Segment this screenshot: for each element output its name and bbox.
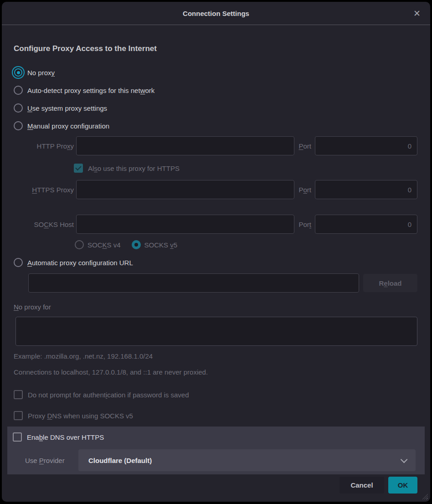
http-port-label: Port xyxy=(298,142,311,150)
section-heading: Configure Proxy Access to the Internet xyxy=(14,44,417,55)
footer-buttons: Cancel OK xyxy=(14,477,417,494)
https-proxy-row: HTTPS Proxy Port xyxy=(14,180,417,199)
provider-selected-value: Cloudflare (Default) xyxy=(88,457,401,464)
connection-settings-dialog: Connection Settings ✕ Configure Proxy Ac… xyxy=(2,2,430,502)
http-proxy-input xyxy=(76,136,294,155)
resize-grip[interactable] xyxy=(421,493,428,499)
proxy-dns-label: Proxy DNS when using SOCKS v5 xyxy=(28,412,133,420)
https-proxy-input xyxy=(76,180,294,199)
radio-auto-detect-label: Auto-detect proxy settings for this netw… xyxy=(27,87,154,94)
radio-system-proxy[interactable]: Use system proxy settings xyxy=(14,102,417,114)
radio-manual-proxy-label: Manual proxy configuration xyxy=(27,122,109,130)
close-icon[interactable]: ✕ xyxy=(411,8,423,20)
http-port-input xyxy=(315,136,417,155)
socks-host-row: SOCKS Host Port xyxy=(14,215,417,234)
socks-host-label: SOCKS Host xyxy=(14,221,74,228)
https-port-input xyxy=(315,180,417,199)
socks-v5-label: SOCKS v5 xyxy=(144,241,178,249)
dialog-title: Connection Settings xyxy=(183,10,249,17)
no-proxy-example: Example: .mozilla.org, .net.nz, 192.168.… xyxy=(14,352,417,361)
https-port-label: Port xyxy=(298,186,311,194)
also-https-checkbox-row: Also use this proxy for HTTPS xyxy=(74,163,417,173)
radio-icon xyxy=(75,240,84,249)
radio-icon xyxy=(14,86,23,95)
dns-over-https-section: Enable DNS over HTTPS Use Provider Cloud… xyxy=(7,427,425,474)
no-proxy-for-label: No proxy for xyxy=(14,303,417,312)
chevron-down-icon xyxy=(401,456,408,463)
ok-button[interactable]: OK xyxy=(388,477,417,494)
radio-selected-icon xyxy=(12,66,25,79)
use-provider-label: Use Provider xyxy=(25,457,78,464)
socks-v4-label: SOCKS v4 xyxy=(87,241,121,249)
reload-button: Reload xyxy=(363,274,417,292)
radio-auto-url-label: Automatic proxy configuration URL xyxy=(27,259,133,267)
radio-icon xyxy=(14,121,23,130)
radio-system-proxy-label: Use system proxy settings xyxy=(27,104,107,112)
socks-version-row: SOCKS v4 SOCKS v5 xyxy=(75,240,417,250)
https-proxy-label: HTTPS Proxy xyxy=(14,186,74,194)
http-proxy-row: HTTP Proxy Port xyxy=(14,136,417,155)
radio-no-proxy-label: No proxy xyxy=(27,69,55,77)
also-https-label: Also use this proxy for HTTPS xyxy=(88,165,180,172)
radio-auto-url[interactable]: Automatic proxy configuration URL xyxy=(14,256,417,269)
enable-doh-checkbox-row[interactable]: Enable DNS over HTTPS xyxy=(13,432,416,442)
enable-doh-label: Enable DNS over HTTPS xyxy=(27,433,104,441)
proxy-dns-checkbox-row: Proxy DNS when using SOCKS v5 xyxy=(14,411,417,421)
radio-manual-proxy[interactable]: Manual proxy configuration xyxy=(14,119,417,132)
socks-port-input xyxy=(315,215,417,234)
cancel-button[interactable]: Cancel xyxy=(339,477,384,494)
provider-row: Use Provider Cloudflare (Default) xyxy=(13,449,416,471)
no-proxy-for-textarea[interactable] xyxy=(15,317,417,346)
auto-url-row: Reload xyxy=(14,273,417,293)
provider-dropdown[interactable]: Cloudflare (Default) xyxy=(78,449,416,471)
radio-auto-detect[interactable]: Auto-detect proxy settings for this netw… xyxy=(14,84,417,97)
no-prompt-checkbox-row: Do not prompt for authentication if pass… xyxy=(14,390,417,400)
no-proxy-note: Connections to localhost, 127.0.0.1/8, a… xyxy=(14,368,417,377)
no-prompt-label: Do not prompt for authentication if pass… xyxy=(28,391,189,399)
titlebar: Connection Settings ✕ xyxy=(2,2,430,25)
socks-port-label: Port xyxy=(298,221,311,228)
radio-selected-disabled-icon xyxy=(132,240,141,249)
socks-v5-radio: SOCKS v5 xyxy=(132,240,178,249)
dialog-content: Configure Proxy Access to the Internet N… xyxy=(2,44,430,494)
socks-host-input xyxy=(76,215,294,234)
radio-no-proxy[interactable]: No proxy xyxy=(14,66,417,79)
radio-icon xyxy=(14,258,23,267)
also-https-checkbox xyxy=(74,164,83,173)
radio-icon xyxy=(14,103,23,113)
auto-url-input xyxy=(28,273,359,293)
no-prompt-checkbox xyxy=(14,390,23,399)
screen: Connection Settings ✕ Configure Proxy Ac… xyxy=(0,0,432,504)
proxy-dns-checkbox xyxy=(14,411,23,420)
enable-doh-checkbox[interactable] xyxy=(13,432,22,442)
http-proxy-label: HTTP Proxy xyxy=(14,142,74,150)
